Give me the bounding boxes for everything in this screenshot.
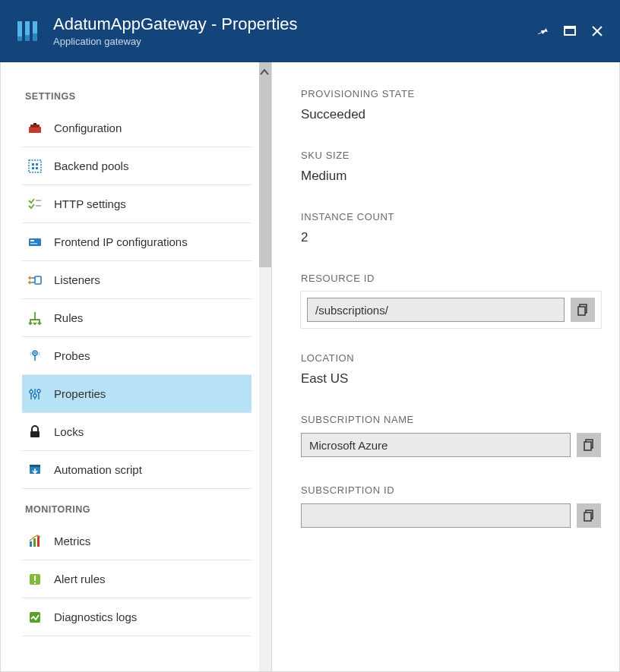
blade-title: AdatumAppGateway - Properties <box>53 14 529 34</box>
chevron-up-icon <box>259 67 270 77</box>
subscription-id-field[interactable] <box>301 503 571 528</box>
maximize-icon <box>564 25 576 37</box>
svg-rect-42 <box>30 612 40 623</box>
svg-rect-5 <box>33 33 37 41</box>
svg-rect-40 <box>34 576 36 581</box>
nav-item-alert-rules[interactable]: Alert rules <box>22 560 251 598</box>
nav-item-diagnostics-logs[interactable]: Diagnostics logs <box>22 598 251 636</box>
diagnostics-icon <box>27 609 43 626</box>
subscription-name-label: SUBSCRIPTION NAME <box>301 414 601 425</box>
sidebar-scrollbar-thumb[interactable] <box>259 62 271 267</box>
nav-item-http-settings[interactable]: HTTP settings <box>22 185 251 223</box>
nav-item-label: Properties <box>54 387 106 400</box>
svg-rect-13 <box>29 160 41 172</box>
settings-list: ConfigurationBackend poolsHTTP settingsF… <box>22 109 251 489</box>
close-icon <box>591 25 603 37</box>
nav-item-label: Listeners <box>54 273 100 286</box>
copy-icon <box>583 439 595 451</box>
svg-rect-36 <box>30 541 32 547</box>
nav-item-locks[interactable]: Locks <box>22 413 251 451</box>
nav-item-rules[interactable]: Rules <box>22 299 251 337</box>
checklist-icon <box>27 196 43 213</box>
sliders-icon <box>27 386 43 402</box>
app-gateway-icon <box>14 17 43 46</box>
blade-subtitle: Application gateway <box>53 36 529 47</box>
svg-rect-33 <box>30 431 40 437</box>
nav-item-label: Frontend IP configurations <box>54 235 188 248</box>
svg-rect-3 <box>17 36 22 41</box>
subscription-id-label: SUBSCRIPTION ID <box>301 484 601 496</box>
copy-icon <box>583 510 595 522</box>
listener-icon <box>27 272 43 289</box>
monitoring-list: MetricsAlert rulesDiagnostics logs <box>22 522 251 636</box>
svg-point-31 <box>33 394 36 397</box>
close-button[interactable] <box>584 17 611 45</box>
location-value: East US <box>301 371 601 386</box>
monitoring-heading: MONITORING <box>25 504 251 515</box>
svg-rect-4 <box>25 35 30 41</box>
svg-rect-23 <box>35 276 41 284</box>
svg-rect-20 <box>29 238 41 246</box>
sku-size-label: SKU SIZE <box>301 150 601 161</box>
sidebar-scrollbar[interactable] <box>259 62 271 671</box>
nav-item-label: Configuration <box>54 121 122 134</box>
copy-resource-id-button[interactable] <box>571 298 595 322</box>
nav-item-label: HTTP settings <box>54 197 126 210</box>
nav-item-automation-script[interactable]: Automation script <box>22 451 251 489</box>
svg-rect-48 <box>584 513 591 521</box>
toolbox-icon <box>27 120 43 137</box>
nav-item-listeners[interactable]: Listeners <box>22 261 251 299</box>
svg-rect-14 <box>32 163 34 166</box>
nav-item-label: Metrics <box>54 535 90 547</box>
nav-item-backend-pools[interactable]: Backend pools <box>22 147 251 185</box>
nav-item-label: Probes <box>54 349 90 362</box>
pin-button[interactable] <box>529 17 556 45</box>
svg-rect-17 <box>36 167 38 169</box>
settings-sidebar: SETTINGS ConfigurationBackend poolsHTTP … <box>1 62 272 671</box>
nav-item-configuration[interactable]: Configuration <box>22 109 251 147</box>
nav-item-label: Rules <box>54 311 83 324</box>
copy-subscription-id-button[interactable] <box>577 503 601 528</box>
svg-point-32 <box>37 390 40 393</box>
svg-rect-41 <box>34 582 36 584</box>
svg-rect-46 <box>584 442 591 450</box>
properties-panel: PROVISIONING STATE Succeeded SKU SIZE Me… <box>272 62 619 671</box>
maximize-button[interactable] <box>556 17 584 45</box>
provisioning-state-label: PROVISIONING STATE <box>301 88 601 99</box>
instance-count-label: INSTANCE COUNT <box>301 211 601 222</box>
nav-item-label: Backend pools <box>54 159 128 172</box>
svg-rect-35 <box>30 465 40 467</box>
svg-rect-44 <box>578 307 585 315</box>
settings-heading: SETTINGS <box>25 91 251 102</box>
probe-icon <box>27 348 43 364</box>
nav-item-metrics[interactable]: Metrics <box>22 522 251 560</box>
alert-icon <box>27 571 43 588</box>
resource-id-field[interactable] <box>307 298 565 322</box>
svg-point-30 <box>30 390 33 393</box>
nav-item-frontend-ip[interactable]: Frontend IP configurations <box>22 223 251 261</box>
sidebar-scroll-up-button[interactable] <box>259 67 270 80</box>
subscription-name-field[interactable] <box>301 433 571 457</box>
copy-icon <box>577 304 589 316</box>
location-label: LOCATION <box>301 352 601 364</box>
copy-subscription-name-button[interactable] <box>577 433 601 457</box>
svg-rect-22 <box>30 243 37 245</box>
sku-size-value: Medium <box>301 169 601 184</box>
provisioning-state-value: Succeeded <box>301 107 601 122</box>
svg-rect-37 <box>33 538 36 547</box>
svg-rect-38 <box>37 536 40 547</box>
nav-item-properties[interactable]: Properties <box>22 375 251 413</box>
svg-rect-21 <box>30 240 34 241</box>
svg-point-25 <box>34 352 36 354</box>
instance-count-value: 2 <box>301 230 601 245</box>
svg-rect-10 <box>29 127 41 133</box>
ip-card-icon <box>27 234 43 251</box>
nav-item-label: Automation script <box>54 463 142 476</box>
svg-rect-12 <box>33 123 36 125</box>
svg-rect-7 <box>565 27 575 29</box>
blade-header: AdatumAppGateway - Properties Applicatio… <box>0 0 620 62</box>
svg-rect-15 <box>36 163 38 166</box>
bar-chart-icon <box>27 533 43 550</box>
nav-item-label: Locks <box>54 425 84 438</box>
nav-item-probes[interactable]: Probes <box>22 337 251 375</box>
